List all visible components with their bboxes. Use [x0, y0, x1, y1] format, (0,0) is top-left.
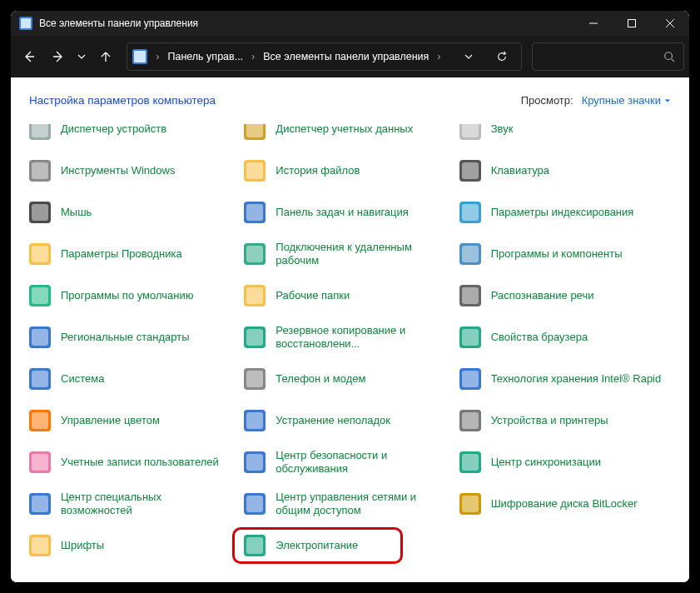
address-dropdown[interactable]	[454, 52, 483, 61]
control-panel-item[interactable]: Инструменты Windows	[22, 151, 237, 191]
control-panel-item[interactable]: Центр синхронизации	[453, 442, 668, 482]
chevron-right-icon: ›	[434, 51, 444, 62]
toolbar: › Панель управ... › Все элементы панели …	[11, 36, 689, 77]
control-panel-grid: Диспетчер устройств Диспетчер учетных да…	[11, 124, 689, 566]
control-panel-item-icon	[241, 282, 269, 310]
back-button[interactable]	[16, 42, 42, 71]
control-panel-item-label: Распознавание речи	[491, 289, 594, 302]
control-panel-window: Все элементы панели управления	[10, 10, 690, 583]
control-panel-item[interactable]: Устранение неполадок	[237, 401, 452, 441]
control-panel-item[interactable]: Резервное копирование и восстановлени...	[237, 317, 452, 357]
control-panel-item-label: Диспетчер устройств	[61, 124, 166, 136]
close-button[interactable]	[651, 11, 689, 36]
svg-rect-57	[32, 454, 48, 471]
control-panel-item[interactable]: Технология хранения Intel® Rapid	[453, 359, 668, 399]
svg-rect-9	[32, 124, 48, 137]
control-panel-item[interactable]: Центр управления сетями и общим доступом	[237, 484, 452, 524]
breadcrumb[interactable]: Все элементы панели управления	[263, 51, 429, 62]
control-panel-item-label: Панель задач и навигация	[276, 206, 409, 219]
control-panel-item-label: Управление цветом	[61, 414, 160, 427]
control-panel-item-icon	[26, 240, 54, 268]
control-panel-item-icon	[456, 448, 484, 476]
control-panel-item[interactable]: Параметры индексирования	[453, 192, 668, 232]
control-panel-item[interactable]: Звук	[453, 124, 668, 149]
control-panel-item[interactable]: Электропитание	[237, 526, 452, 566]
svg-rect-35	[246, 287, 263, 304]
control-panel-item[interactable]: Телефон и модем	[237, 359, 452, 399]
svg-rect-17	[246, 162, 263, 179]
control-panel-item-icon	[241, 448, 269, 476]
window-title: Все элементы панели управления	[39, 17, 574, 29]
control-panel-item-icon	[241, 490, 269, 518]
svg-rect-21	[32, 204, 48, 221]
control-panel-item-icon	[456, 282, 484, 310]
control-panel-item-label: Система	[61, 372, 104, 386]
titlebar: Все элементы панели управления	[11, 11, 689, 36]
control-panel-item-icon	[241, 365, 269, 393]
control-panel-item[interactable]: Управление цветом	[22, 401, 237, 441]
control-panel-item-label: Региональные стандарты	[61, 331, 189, 344]
svg-rect-67	[462, 496, 479, 512]
control-panel-item-icon	[456, 490, 484, 518]
control-panel-item[interactable]: Клавиатура	[453, 151, 668, 191]
control-panel-item-icon	[456, 124, 484, 143]
control-panel-item[interactable]: История файлов	[237, 151, 452, 191]
control-panel-item[interactable]: Центр специальных возможностей	[22, 484, 237, 524]
view-dropdown[interactable]: Крупные значки	[582, 94, 671, 107]
control-panel-item[interactable]: Диспетчер устройств	[22, 124, 237, 149]
control-panel-item[interactable]: Подключения к удаленным рабочим	[237, 234, 452, 274]
control-panel-item[interactable]: Распознавание речи	[453, 276, 668, 316]
control-panel-item[interactable]: Шрифты	[22, 526, 237, 566]
history-dropdown[interactable]	[74, 42, 89, 71]
svg-rect-45	[32, 371, 48, 387]
control-panel-item-label: Мышь	[61, 206, 92, 219]
svg-rect-49	[462, 371, 479, 387]
up-button[interactable]	[92, 42, 118, 71]
minimize-button[interactable]	[574, 11, 613, 36]
control-panel-item-label: Программы по умолчанию	[61, 289, 193, 302]
page-heading: Настройка параметров компьютера	[29, 94, 216, 107]
control-panel-item-label: Учетные записи пользователей	[61, 456, 219, 469]
control-panel-item[interactable]: Программы и компоненты	[453, 234, 668, 274]
address-bar[interactable]: › Панель управ... › Все элементы панели …	[127, 42, 521, 71]
control-panel-item-icon	[26, 323, 54, 351]
control-panel-item[interactable]: Параметры Проводника	[22, 234, 237, 274]
svg-rect-39	[32, 329, 48, 346]
maximize-button[interactable]	[613, 11, 651, 36]
refresh-button[interactable]	[488, 51, 516, 62]
svg-rect-11	[246, 124, 263, 137]
control-panel-item-label: Инструменты Windows	[61, 164, 175, 177]
control-panel-item[interactable]: Диспетчер учетных данных	[237, 124, 452, 149]
svg-rect-1	[628, 20, 636, 27]
control-panel-item-icon	[241, 157, 269, 185]
control-panel-item[interactable]: Шифрование диска BitLocker	[453, 484, 668, 524]
svg-rect-37	[462, 287, 479, 304]
svg-point-6	[665, 52, 673, 60]
control-panel-item[interactable]: Система	[22, 359, 237, 399]
control-panel-item[interactable]: Панель задач и навигация	[237, 192, 452, 232]
control-panel-item[interactable]: Учетные записи пользователей	[22, 442, 237, 482]
svg-rect-53	[246, 412, 263, 429]
search-box[interactable]	[532, 42, 684, 71]
control-panel-item[interactable]: Центр безопасности и обслуживания	[237, 442, 452, 482]
control-panel-icon	[132, 49, 147, 64]
breadcrumb[interactable]: Панель управ...	[167, 51, 243, 62]
control-panel-item[interactable]: Устройства и принтеры	[453, 401, 668, 441]
forward-button[interactable]	[45, 42, 71, 71]
svg-rect-25	[462, 204, 479, 221]
svg-rect-33	[32, 287, 48, 304]
control-panel-item[interactable]: Региональные стандарты	[22, 317, 237, 357]
control-panel-item[interactable]: Свойства браузера	[453, 317, 668, 357]
control-panel-item-icon	[26, 282, 54, 310]
control-panel-item-icon	[26, 365, 54, 393]
control-panel-item[interactable]: Программы по умолчанию	[22, 276, 237, 316]
control-panel-item[interactable]: Мышь	[22, 192, 237, 232]
control-panel-item-icon	[241, 323, 269, 351]
control-panel-item-label: Центр управления сетями и общим доступом	[276, 491, 449, 517]
control-panel-item-label: Подключения к удаленным рабочим	[276, 241, 449, 267]
control-panel-item-label: История файлов	[276, 164, 360, 177]
control-panel-item-icon	[241, 406, 269, 435]
svg-rect-23	[246, 204, 263, 221]
svg-rect-69	[32, 537, 48, 554]
control-panel-item[interactable]: Рабочие папки	[237, 276, 452, 316]
